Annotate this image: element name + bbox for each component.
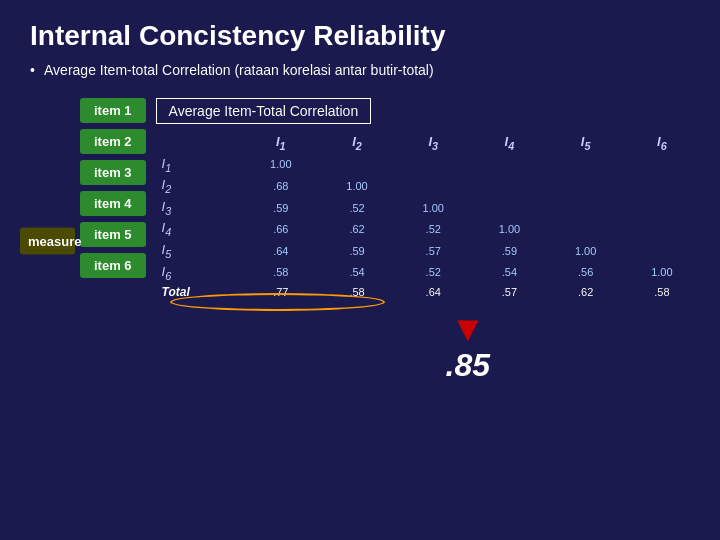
item-2: item 2 — [80, 129, 146, 154]
table-row: I3 .59 .52 1.00 — [156, 197, 700, 219]
cell-4-2: .62 — [319, 218, 395, 240]
cell-2-4 — [471, 175, 547, 197]
cell-3-3: 1.00 — [395, 197, 471, 219]
cell-6-6: 1.00 — [624, 262, 700, 284]
cell-5-1: .64 — [243, 240, 319, 262]
cell-5-5: 1.00 — [548, 240, 624, 262]
table-header-row: I1 I2 I3 I4 I5 I6 — [156, 132, 700, 154]
total-6: .58 — [624, 283, 700, 301]
cell-4-1: .66 — [243, 218, 319, 240]
down-arrow-icon: ▼ — [450, 311, 486, 347]
cell-6-3: .52 — [395, 262, 471, 284]
cell-5-3: .57 — [395, 240, 471, 262]
item-6: item 6 — [80, 253, 146, 278]
row-label-i1: I1 — [156, 154, 243, 176]
item-3: item 3 — [80, 160, 146, 185]
col-header-i2: I2 — [319, 132, 395, 154]
cell-1-4 — [471, 154, 547, 176]
total-5: .62 — [548, 283, 624, 301]
col-header-i1: I1 — [243, 132, 319, 154]
total-4: .57 — [471, 283, 547, 301]
correlation-panel: Average Item-Total Correlation I1 I2 I3 … — [156, 98, 700, 384]
table-row: I2 .68 1.00 — [156, 175, 700, 197]
cell-3-6 — [624, 197, 700, 219]
cell-4-3: .52 — [395, 218, 471, 240]
row-label-i3: I3 — [156, 197, 243, 219]
cell-1-3 — [395, 154, 471, 176]
cell-6-2: .54 — [319, 262, 395, 284]
cell-2-3 — [395, 175, 471, 197]
table-row: I5 .64 .59 .57 .59 1.00 — [156, 240, 700, 262]
cell-1-2 — [319, 154, 395, 176]
cell-5-6 — [624, 240, 700, 262]
cell-3-2: .52 — [319, 197, 395, 219]
cell-2-1: .68 — [243, 175, 319, 197]
table-total-row: Total .77 .58 .64 .57 .62 .58 — [156, 283, 700, 301]
total-3: .64 — [395, 283, 471, 301]
bullet-point: • — [30, 62, 35, 78]
cell-3-1: .59 — [243, 197, 319, 219]
col-header-i6: I6 — [624, 132, 700, 154]
cell-4-6 — [624, 218, 700, 240]
col-header-empty — [156, 132, 243, 154]
col-header-i5: I5 — [548, 132, 624, 154]
subtitle-text: Average Item-total Correlation (rataan k… — [44, 62, 434, 78]
total-2: .58 — [319, 283, 395, 301]
correlation-title: Average Item-Total Correlation — [156, 98, 372, 124]
measure-label: measure — [20, 228, 75, 255]
total-1: .77 — [243, 283, 319, 301]
cell-6-5: .56 — [548, 262, 624, 284]
subtitle: • Average Item-total Correlation (rataan… — [0, 62, 720, 88]
items-panel: measure item 1 item 2 item 3 item 4 item… — [20, 98, 146, 384]
title: Internal Concistency Reliability — [0, 0, 720, 62]
cell-5-2: .59 — [319, 240, 395, 262]
cell-2-2: 1.00 — [319, 175, 395, 197]
col-header-i3: I3 — [395, 132, 471, 154]
cell-1-1: 1.00 — [243, 154, 319, 176]
item-1: item 1 — [80, 98, 146, 123]
cell-1-6 — [624, 154, 700, 176]
row-label-i2: I2 — [156, 175, 243, 197]
total-label: Total — [156, 283, 243, 301]
row-label-i5: I5 — [156, 240, 243, 262]
correlation-table: I1 I2 I3 I4 I5 I6 I1 1.00 — [156, 132, 700, 301]
table-row: I1 1.00 — [156, 154, 700, 176]
row-label-i6: I6 — [156, 262, 243, 284]
table-row: I4 .66 .62 .52 1.00 — [156, 218, 700, 240]
cell-6-1: .58 — [243, 262, 319, 284]
item-4: item 4 — [80, 191, 146, 216]
cell-4-4: 1.00 — [471, 218, 547, 240]
cell-2-5 — [548, 175, 624, 197]
cell-2-6 — [624, 175, 700, 197]
cell-6-4: .54 — [471, 262, 547, 284]
table-row: I6 .58 .54 .52 .54 .56 1.00 — [156, 262, 700, 284]
cell-4-5 — [548, 218, 624, 240]
cell-1-5 — [548, 154, 624, 176]
item-5: item 5 — [80, 222, 146, 247]
cell-3-5 — [548, 197, 624, 219]
cell-3-4 — [471, 197, 547, 219]
col-header-i4: I4 — [471, 132, 547, 154]
cell-5-4: .59 — [471, 240, 547, 262]
result-value: .85 — [446, 347, 490, 384]
row-label-i4: I4 — [156, 218, 243, 240]
